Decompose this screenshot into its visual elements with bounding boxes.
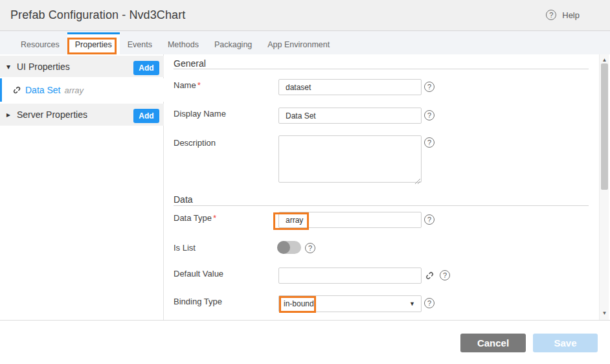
dialog-footer: Cancel Save [0,320,610,364]
sidebar-section-label: Server Properties [17,109,87,120]
required-asterisk: * [198,80,201,90]
sidebar-section-label: UI Properties [17,62,70,72]
tab-app-environment[interactable]: App Environment [260,32,337,54]
description-help-icon[interactable]: ? [424,137,435,148]
binding-type-value: in-bound [284,299,314,308]
caret-right-icon: ▸ [6,110,17,119]
section-title-data: Data [174,194,193,205]
display-name-input[interactable] [278,108,422,124]
tab-packaging[interactable]: Packaging [207,32,260,54]
page-title: Prefab Configuration - Nvd3Chart [10,8,185,22]
sidebar-item-data-set[interactable]: Data Set array [0,78,164,102]
prefab-configuration-dialog: Prefab Configuration - Nvd3Chart ? Help … [0,0,610,364]
tab-resources[interactable]: Resources [13,32,67,54]
sidebar-section-server-properties[interactable]: ▸ Server Properties Add [0,104,164,126]
scroll-down-icon[interactable]: ▼ [600,309,609,317]
sidebar-item-label: Data Set [25,85,60,95]
is-list-help-icon[interactable]: ? [305,243,315,253]
default-value-input[interactable] [278,267,422,284]
save-button[interactable]: Save [533,334,598,352]
section-title-general: General [174,58,206,69]
tabbar: Resources Properties Events Methods Pack… [0,31,610,54]
display-name-label: Display Name [174,109,226,119]
tab-methods[interactable]: Methods [160,32,207,54]
sidebar-section-ui-properties[interactable]: ▾ UI Properties Add [0,56,164,77]
display-name-help-icon[interactable]: ? [424,110,435,120]
name-input[interactable] [278,79,422,95]
name-label: Name* [174,80,201,90]
binding-type-label: Binding Type [174,297,222,306]
data-type-input[interactable] [278,212,422,228]
scrollbar-thumb[interactable] [601,63,608,190]
caret-down-icon: ▾ [6,62,17,71]
bind-link-icon[interactable] [425,271,435,280]
tab-events[interactable]: Events [120,32,160,54]
default-value-help-icon[interactable]: ? [440,270,450,280]
default-value-label: Default Value [174,269,223,279]
sidebar-item-type: array [64,85,84,95]
help-label: Help [562,10,580,20]
titlebar: Prefab Configuration - Nvd3Chart ? Help [0,0,610,31]
is-list-label: Is List [174,243,196,253]
dropdown-arrow-icon: ▼ [409,296,415,312]
name-help-icon[interactable]: ? [424,82,435,92]
binding-type-select[interactable]: in-bound ▼ [278,295,422,312]
help-icon: ? [546,10,556,20]
vertical-scrollbar[interactable]: ▲ ▼ [599,54,609,320]
toggle-knob [277,241,290,254]
tab-properties[interactable]: Properties [67,32,120,54]
add-ui-property-button[interactable]: Add [133,61,159,75]
section-rule [174,69,589,69]
data-type-label: Data Type* [174,213,216,223]
description-textarea[interactable] [278,135,422,183]
help-button[interactable]: ? Help [546,10,580,20]
binding-type-help-icon[interactable]: ? [424,298,435,308]
link-icon [12,85,21,95]
section-rule [174,205,589,206]
add-server-property-button[interactable]: Add [133,109,159,123]
sidebar: ▾ UI Properties Add Data Set array ▸ Ser… [0,54,164,320]
data-type-help-icon[interactable]: ? [424,214,435,225]
description-label: Description [174,138,216,148]
cancel-button[interactable]: Cancel [460,334,526,352]
is-list-toggle[interactable] [277,241,301,254]
properties-form: General Name* ? Display Name ? Descripti… [164,54,598,320]
required-asterisk: * [213,213,216,223]
